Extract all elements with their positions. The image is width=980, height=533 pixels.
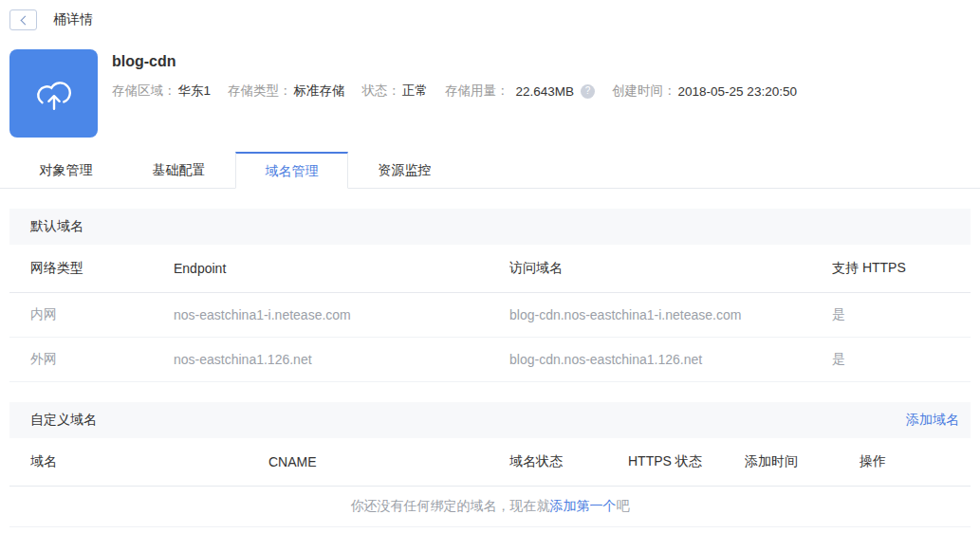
column-header: Endpoint bbox=[174, 261, 509, 276]
meta-created: 创建时间： 2018-05-25 23:20:50 bbox=[612, 83, 797, 100]
access-domain: blog-cdn.nos-eastchina1.126.net bbox=[509, 352, 832, 367]
column-header: CNAME bbox=[268, 454, 509, 469]
column-header: 域名状态 bbox=[509, 453, 628, 470]
topbar: 桶详情 bbox=[0, 0, 980, 30]
tab-domain-management[interactable]: 域名管理 bbox=[235, 152, 348, 189]
network-type: 外网 bbox=[30, 351, 174, 368]
empty-state-text: 你还没有任何绑定的域名，现在就 bbox=[351, 498, 550, 515]
table-row-intranet: 内网 nos-eastchina1-i.netease.com blog-cdn… bbox=[9, 293, 971, 338]
cloud-upload-icon bbox=[29, 69, 79, 119]
back-button[interactable] bbox=[9, 9, 37, 30]
https-supported: 是 bbox=[832, 306, 971, 323]
default-domain-table-header: 网络类型 Endpoint 访问域名 支持 HTTPS bbox=[9, 245, 971, 293]
custom-domain-section-header: 自定义域名 添加域名 bbox=[9, 402, 971, 438]
custom-domain-empty-state: 你还没有任何绑定的域名，现在就添加第一个吧 bbox=[9, 487, 971, 527]
column-header: 支持 HTTPS bbox=[832, 260, 971, 277]
chevron-left-icon bbox=[20, 15, 29, 25]
bucket-name: blog-cdn bbox=[112, 52, 814, 71]
https-supported: 是 bbox=[832, 351, 971, 368]
add-domain-link[interactable]: 添加域名 bbox=[906, 412, 959, 429]
tab-object-management[interactable]: 对象管理 bbox=[9, 152, 122, 189]
tab-resource-monitoring[interactable]: 资源监控 bbox=[348, 152, 461, 189]
column-header: 访问域名 bbox=[509, 260, 832, 277]
endpoint: nos-eastchina1.126.net bbox=[174, 352, 509, 367]
meta-storage-type: 存储类型： 标准存储 bbox=[228, 83, 345, 100]
default-domain-section-header: 默认域名 bbox=[9, 209, 971, 245]
endpoint: nos-eastchina1-i.netease.com bbox=[174, 307, 509, 322]
help-icon[interactable]: ? bbox=[581, 84, 595, 99]
empty-state-text: 吧 bbox=[617, 498, 630, 515]
tab-basic-config[interactable]: 基础配置 bbox=[122, 152, 235, 189]
column-header: 添加时间 bbox=[745, 453, 860, 470]
custom-domain-table-header: 域名 CNAME 域名状态 HTTPS 状态 添加时间 操作 bbox=[9, 438, 971, 487]
meta-status: 状态： 正常 bbox=[362, 83, 429, 100]
meta-usage: 存储用量： 22.643MB ? bbox=[445, 83, 595, 100]
column-header: 网络类型 bbox=[30, 260, 174, 277]
bucket-meta: 存储区域： 华东1 存储类型： 标准存储 状态： 正常 存储用量： 22.643… bbox=[112, 83, 814, 100]
custom-domain-section-title: 自定义域名 bbox=[30, 412, 97, 429]
default-domain-section-title: 默认域名 bbox=[30, 218, 83, 235]
column-header: 操作 bbox=[860, 453, 971, 470]
page-title: 桶详情 bbox=[53, 11, 93, 28]
column-header: HTTPS 状态 bbox=[628, 453, 745, 470]
bucket-icon bbox=[9, 49, 98, 138]
meta-region: 存储区域： 华东1 bbox=[112, 83, 211, 100]
tab-bar: 对象管理 基础配置 域名管理 资源监控 bbox=[0, 151, 980, 189]
column-header: 域名 bbox=[30, 453, 268, 470]
access-domain: blog-cdn.nos-eastchina1-i.netease.com bbox=[509, 307, 832, 322]
table-row-internet: 外网 nos-eastchina1.126.net blog-cdn.nos-e… bbox=[9, 338, 971, 382]
bucket-info: blog-cdn 存储区域： 华东1 存储类型： 标准存储 状态： 正常 存储用… bbox=[112, 49, 814, 138]
add-first-domain-link[interactable]: 添加第一个 bbox=[550, 498, 617, 515]
bucket-header: blog-cdn 存储区域： 华东1 存储类型： 标准存储 状态： 正常 存储用… bbox=[9, 49, 980, 138]
network-type: 内网 bbox=[30, 306, 174, 323]
tab-panel-domain-management: 默认域名 网络类型 Endpoint 访问域名 支持 HTTPS 内网 nos-… bbox=[9, 209, 971, 527]
